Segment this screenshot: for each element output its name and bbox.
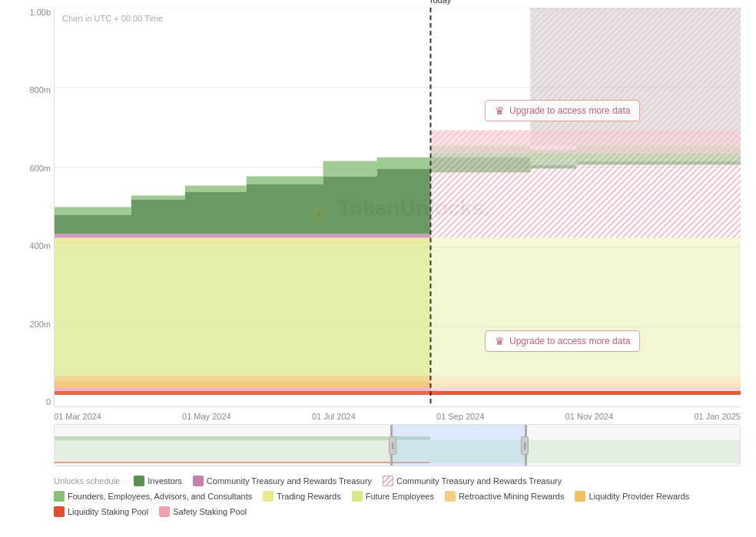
legend-item-safety-staking: Safety Staking Pool	[159, 506, 247, 517]
svg-marker-11	[55, 245, 430, 376]
x-label-may: 01 May 2024	[182, 412, 231, 421]
y-label-600m: 600m	[8, 164, 51, 173]
today-label: Today	[429, 0, 451, 5]
founders-swatch	[54, 491, 65, 502]
future-employees-label: Future Employees	[366, 492, 434, 501]
svg-marker-17	[430, 387, 741, 391]
svg-marker-20	[430, 245, 741, 376]
legend-item-founders: Founders, Employees, Advisors, and Consu…	[54, 491, 252, 502]
x-label-nov: 01 Nov 2024	[565, 412, 613, 421]
upgrade-text-top: Upgrade to access more data	[509, 105, 630, 116]
upgrade-text-bottom: Upgrade to access more data	[509, 336, 630, 346]
legend-item-community-treasury-solid: Community Treasury and Rewards Treasury	[193, 476, 372, 486]
y-label-800m: 800m	[8, 85, 51, 94]
investors-label: Investors	[148, 476, 182, 486]
svg-marker-13	[55, 234, 430, 237]
investors-swatch	[134, 476, 144, 486]
legend-item-liquidity-staking: Liquidity Staking Pool	[54, 506, 148, 517]
community-treasury-hatch-swatch	[383, 476, 393, 486]
today-marker: Today	[429, 0, 451, 6]
liquidity-staking-label: Liquidity Staking Pool	[68, 507, 148, 516]
y-label-200m: 200m	[8, 320, 51, 329]
liquidity-staking-swatch	[54, 506, 65, 517]
legend-item-retroactive-mining: Retroactive Mining Rewards	[445, 491, 565, 502]
y-label-1b: 1.00b	[8, 8, 51, 17]
svg-rect-26	[530, 8, 741, 146]
svg-marker-31	[55, 462, 430, 463]
founders-label: Founders, Employees, Advisors, and Consu…	[68, 492, 252, 501]
safety-staking-label: Safety Staking Pool	[173, 507, 247, 516]
legend-title: Unlocks schedule	[54, 476, 120, 486]
y-axis: 0 200m 400m 600m 800m 1.00b	[8, 8, 51, 406]
navigator[interactable]: ‖ ‖	[54, 424, 741, 466]
svg-marker-18	[430, 382, 741, 387]
liquidity-provider-label: Liquidity Provider Rewards	[589, 492, 689, 501]
chart-container: Chart in UTC + 00:00 Time	[0, 0, 756, 537]
y-label-400m: 400m	[8, 241, 51, 250]
svg-marker-12	[55, 237, 430, 245]
svg-rect-27	[430, 131, 741, 154]
legend-item-trading-rewards: Trading Rewards	[263, 491, 340, 502]
svg-marker-8	[55, 387, 430, 391]
upgrade-badge-bottom[interactable]: ♛ Upgrade to access more data	[485, 330, 640, 352]
navigator-selection[interactable]: ‖ ‖	[390, 425, 527, 466]
community-treasury-solid-swatch	[193, 476, 204, 486]
community-treasury-hatch-label: Community Treasury and Rewards Treasury	[396, 476, 562, 486]
y-label-0: 0	[8, 397, 51, 406]
safety-staking-swatch	[159, 506, 170, 517]
x-label-jan: 01 Jan 2025	[694, 412, 741, 421]
x-label-sep: 01 Sep 2024	[436, 412, 484, 421]
svg-marker-16	[430, 391, 741, 395]
svg-marker-10	[55, 376, 430, 382]
legend-item-liquidity-provider: Liquidity Provider Rewards	[575, 491, 689, 502]
legend-item-investors: Investors	[134, 476, 182, 486]
svg-marker-21	[430, 237, 741, 245]
x-axis: 01 Mar 2024 01 May 2024 01 Jul 2024 01 S…	[54, 412, 741, 421]
upgrade-badge-top[interactable]: ♛ Upgrade to access more data	[485, 100, 640, 121]
future-employees-swatch	[352, 491, 363, 502]
liquidity-provider-swatch	[575, 491, 585, 502]
legend: Unlocks schedule Investors Community Tre…	[54, 476, 741, 517]
crown-icon-top: ♛	[495, 104, 505, 117]
legend-item-future-employees: Future Employees	[352, 491, 434, 502]
retroactive-mining-swatch	[445, 491, 456, 502]
legend-item-community-treasury-hatch: Community Treasury and Rewards Treasury	[383, 476, 562, 486]
retroactive-mining-label: Retroactive Mining Rewards	[459, 492, 565, 501]
x-label-jul: 01 Jul 2024	[312, 412, 356, 421]
navigator-handle-left[interactable]: ‖	[389, 436, 396, 455]
svg-marker-9	[55, 382, 430, 387]
community-treasury-solid-label: Community Treasury and Rewards Treasury	[207, 476, 372, 486]
crown-icon-bottom: ♛	[495, 335, 505, 347]
navigator-handle-right[interactable]: ‖	[521, 436, 529, 455]
trading-rewards-swatch	[263, 491, 274, 502]
x-label-mar: 01 Mar 2024	[54, 412, 101, 421]
trading-rewards-label: Trading Rewards	[277, 492, 340, 501]
svg-marker-14	[55, 169, 430, 234]
chart-area: Chart in UTC + 00:00 Time	[54, 8, 741, 407]
svg-marker-30	[55, 436, 430, 440]
svg-marker-19	[430, 376, 741, 382]
